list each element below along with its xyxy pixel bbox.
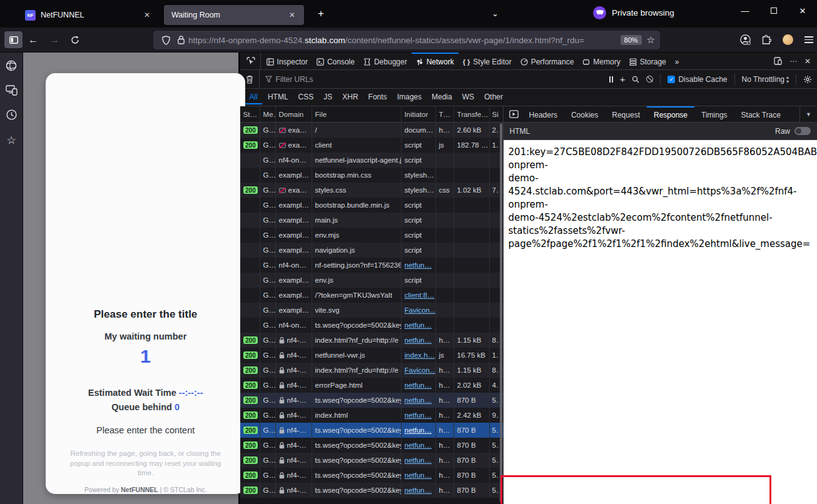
pick-element-icon[interactable]: [240, 53, 261, 69]
tab-netfunnel[interactable]: NF NetFUNNEL ✕: [18, 5, 159, 25]
request-row[interactable]: G… nf4-on…nf-setting.json?nf=1756236 net…: [240, 258, 503, 273]
devtools-tab-storage[interactable]: Storage: [625, 53, 671, 69]
history-icon[interactable]: [6, 109, 17, 120]
column-header-do[interactable]: Domain: [275, 106, 312, 122]
details-tab-cookies[interactable]: Cookies: [564, 106, 605, 122]
filter-ws[interactable]: WS: [458, 91, 479, 104]
devtools-tab-performance[interactable]: Performance: [516, 53, 579, 69]
lock-icon[interactable]: [178, 36, 185, 44]
request-row[interactable]: 200G… nf4-…ts.wseq?opcode=5002&key netfu…: [240, 423, 503, 438]
pause-traffic-icon[interactable]: [609, 76, 613, 83]
filter-fonts[interactable]: Fonts: [364, 91, 392, 104]
responsive-mode-icon[interactable]: [774, 57, 782, 65]
column-header-me[interactable]: Me…: [260, 106, 275, 122]
request-row[interactable]: 200G… nf4-…index.html?nf_rdu=http://e ne…: [240, 333, 503, 348]
extensions-icon[interactable]: [762, 35, 771, 45]
bookmark-star-icon[interactable]: ☆: [647, 34, 655, 46]
request-row[interactable]: 200G… nf4-…ts.wseq?opcode=5002&key netfu…: [240, 453, 503, 468]
url-bar[interactable]: https://nf4-onprem-demo-4524.stclab.com/…: [153, 31, 660, 49]
tab-waiting-room[interactable]: Waiting Room ✕: [164, 5, 304, 25]
request-row[interactable]: 200G… nf4-…ts.wseq?opcode=5002&key netfu…: [240, 393, 503, 408]
request-row[interactable]: G… exampl…main.js script: [240, 213, 503, 228]
filter-all[interactable]: All: [245, 91, 262, 104]
throttling-dropdown[interactable]: No Throttling ▴▾: [742, 75, 789, 84]
devtools-tab-style-editor[interactable]: { }Style Editor: [459, 53, 516, 69]
devtools-tab-debugger[interactable]: Debugger: [359, 53, 412, 69]
request-row[interactable]: 200G… nf4-…index.html netfun…h… 2.42 kB9…: [240, 408, 503, 423]
account-icon[interactable]: [740, 34, 751, 45]
details-tab-timings[interactable]: Timings: [694, 106, 734, 122]
column-header-in[interactable]: Initiator: [401, 106, 435, 122]
column-header-ty[interactable]: T…: [435, 106, 454, 122]
filter-urls-input[interactable]: Filter URLs: [260, 75, 609, 84]
devtools-tab-memory[interactable]: Memory: [578, 53, 624, 69]
request-row[interactable]: 200G… nf4-…ts.wseq?opcode=5002&key netfu…: [240, 468, 503, 483]
block-requests-icon[interactable]: [646, 76, 653, 83]
synced-tabs-icon[interactable]: [6, 85, 18, 96]
request-row[interactable]: G… exampl…env.js script: [240, 273, 503, 288]
filter-html[interactable]: HTML: [263, 91, 293, 104]
request-row[interactable]: G… exampl…/?token=gmTKU3wsYaIt client:8…: [240, 288, 503, 303]
start-analysis-icon[interactable]: [509, 110, 519, 118]
new-tab-button[interactable]: +: [313, 6, 329, 21]
ai-chatbot-icon[interactable]: [6, 60, 17, 71]
devtools-meatball-menu-icon[interactable]: ⋯: [789, 57, 797, 66]
devtools-overflow-icon[interactable]: »: [671, 53, 684, 69]
request-row[interactable]: 200G… nf4-…index.html?nf_rdu=http://e Fa…: [240, 363, 503, 378]
details-tab-stack-trace[interactable]: Stack Trace: [734, 106, 788, 122]
details-tab-request[interactable]: Request: [605, 106, 647, 122]
column-header-tr[interactable]: Transfe…: [454, 106, 489, 122]
reload-button[interactable]: [65, 33, 85, 47]
network-settings-gear-icon[interactable]: [803, 75, 812, 84]
devtools-tab-inspector[interactable]: Inspector: [262, 53, 312, 69]
filter-xhr[interactable]: XHR: [338, 91, 362, 104]
disable-cache-checkbox[interactable]: ✓ Disable Cache: [667, 75, 727, 84]
devtools-tab-console[interactable]: Console: [312, 53, 359, 69]
zoom-level-badge[interactable]: 80%: [621, 35, 642, 45]
minimize-button[interactable]: —: [731, 0, 759, 21]
filter-css[interactable]: CSS: [294, 91, 318, 104]
forward-button[interactable]: →: [44, 32, 65, 48]
search-icon[interactable]: [632, 76, 639, 83]
details-tab-response[interactable]: Response: [647, 106, 694, 122]
list-all-tabs-icon[interactable]: ⌄: [492, 9, 499, 18]
request-row[interactable]: 200G… exa…client scriptjs 182.78 …1…: [240, 138, 503, 153]
column-header-si[interactable]: Si…: [489, 106, 499, 122]
extension-avatar-icon[interactable]: [783, 34, 793, 45]
tab-close-icon[interactable]: ✕: [287, 9, 298, 21]
request-row[interactable]: 200G… nf4-…ts.wseq?opcode=5002&key netfu…: [240, 483, 503, 498]
column-header-st[interactable]: St…: [240, 106, 260, 122]
filter-js[interactable]: JS: [319, 91, 337, 104]
request-row[interactable]: 200G… nf4-…errorPage.html netfun…h… 2.02…: [240, 378, 503, 393]
request-row[interactable]: G… nf4-on…ts.wseq?opcode=5002&key netfun…: [240, 318, 503, 333]
request-row[interactable]: G… nf4-on…netfunnel-javascript-agent.j s…: [240, 153, 503, 168]
details-tab-headers[interactable]: Headers: [522, 106, 564, 122]
request-row[interactable]: G… exampl…bootstrap.bundle.min.js script: [240, 198, 503, 213]
request-row[interactable]: 200G… nf4-…ts.wseq?opcode=5002&key netfu…: [240, 438, 503, 453]
new-request-icon[interactable]: +: [620, 74, 626, 84]
request-row[interactable]: 200G… nf4-…netfunnel-vwr.js index.h…js 1…: [240, 348, 503, 363]
filter-other[interactable]: Other: [480, 91, 507, 104]
shield-icon[interactable]: [162, 36, 170, 45]
sidebar-toggle-button[interactable]: [4, 31, 23, 48]
details-tabs-caret-icon[interactable]: ▼: [799, 106, 817, 122]
request-row[interactable]: 200G… exa…/ docum…h… 2.60 kB2…: [240, 123, 503, 138]
request-row[interactable]: G… exampl…navigation.js script: [240, 243, 503, 258]
close-button[interactable]: ✕: [788, 0, 817, 21]
maximize-button[interactable]: [759, 0, 788, 21]
request-row[interactable]: G… exampl…bootstrap.min.css stylesh…: [240, 168, 503, 183]
filter-media[interactable]: Media: [427, 91, 457, 104]
bookmarks-star-icon[interactable]: ☆: [6, 134, 16, 147]
request-list-scrollbar[interactable]: [500, 123, 502, 503]
column-header-fi[interactable]: File: [312, 106, 401, 122]
tab-close-icon[interactable]: ✕: [141, 9, 153, 21]
request-row[interactable]: G… exampl…env.mjs script: [240, 228, 503, 243]
back-button[interactable]: ←: [23, 32, 44, 48]
request-row[interactable]: 200G… exa…styles.css stylesh…css 1.02 kB…: [240, 183, 503, 198]
filter-images[interactable]: Images: [393, 91, 426, 104]
menu-icon[interactable]: [804, 36, 813, 43]
devtools-tab-network[interactable]: Network: [412, 53, 459, 69]
raw-toggle-switch[interactable]: [794, 127, 811, 135]
request-row[interactable]: G… exampl…vite.svg Favicon…: [240, 303, 503, 318]
devtools-close-icon[interactable]: ✕: [804, 57, 811, 66]
